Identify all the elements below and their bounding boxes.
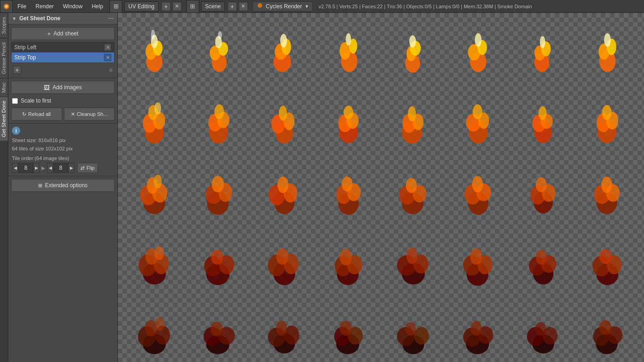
menu-file[interactable]: File [13, 0, 31, 13]
svg-point-32 [540, 36, 546, 48]
blender-render-icon [257, 2, 263, 10]
cleanup-button[interactable]: ✕ Cleanup Sh... [64, 108, 115, 121]
sprite-cell-2-6 [511, 155, 575, 224]
sprite-cell-1-6 [511, 86, 575, 155]
uv-canvas[interactable] [118, 13, 644, 362]
svg-point-12 [218, 31, 222, 40]
strip-top-close[interactable]: ✕ [104, 54, 111, 61]
add-images-button[interactable]: 🖼 Add images [11, 81, 115, 94]
tile-separator: ▶ [41, 165, 45, 171]
sprite-cell-4-7 [575, 293, 639, 362]
svg-point-156 [405, 322, 416, 336]
tile-rows-input[interactable]: 8 [53, 163, 68, 173]
sprite-cell-3-5 [446, 224, 510, 293]
reload-all-button[interactable]: ↻ Reload all [11, 108, 62, 121]
sprite-cell-1-0 [122, 86, 186, 155]
sidebar-item-get-sheet-done[interactable]: Get Sheet Done [0, 97, 8, 141]
add-sheet-button[interactable]: + Add sheet [11, 27, 115, 40]
sprite-cell-2-4 [381, 155, 445, 224]
flip-button[interactable]: ⇄ Flip [77, 163, 98, 173]
svg-point-7 [151, 30, 155, 40]
strip-item-left[interactable]: Strip Left ✕ [12, 42, 114, 52]
sprite-cell-2-5 [446, 155, 510, 224]
sprite-cell-4-0 [122, 293, 186, 362]
svg-point-123 [407, 247, 418, 264]
add-workspace-button[interactable]: + [161, 2, 171, 11]
cleanup-label: Cleanup Sh... [77, 111, 108, 117]
workspace-icon[interactable]: ⊞ [109, 0, 122, 13]
sprite-cell-1-1 [187, 86, 251, 155]
panel-collapse-icon[interactable]: ▼ [12, 16, 17, 21]
sprite-cell-1-7 [575, 86, 639, 155]
reload-cleanup-row: ↻ Reload all ✕ Cleanup Sh... [11, 108, 115, 121]
sidebar-item-scopes[interactable]: Scopes [0, 13, 8, 38]
sprite-cell-0-0 [122, 17, 186, 86]
sprite-cell-4-3 [316, 293, 380, 362]
blender-icon[interactable] [0, 0, 13, 13]
reload-all-label: Reload all [28, 111, 51, 117]
sprite-cell-0-5 [446, 17, 510, 86]
svg-point-36 [604, 33, 611, 47]
sprite-cell-2-0 [122, 155, 186, 224]
svg-point-111 [211, 250, 223, 265]
svg-point-127 [470, 248, 482, 265]
strip-left-label: Strip Left [14, 44, 36, 51]
sprite-cell-3-4 [381, 224, 445, 293]
close-workspace-button[interactable]: ✕ [172, 2, 182, 11]
svg-point-102 [601, 177, 612, 193]
side-tabs: Scopes Grease Pencil Misc Get Sheet Done [0, 13, 8, 362]
svg-point-144 [210, 322, 223, 337]
panel-options-icon[interactable]: ··· [108, 15, 114, 22]
workspace-selector[interactable]: UV Editing [124, 1, 159, 11]
tile-rows-dec[interactable]: ◀ [47, 163, 53, 173]
tile-cols-input[interactable]: 8 [18, 163, 33, 173]
sidebar-item-misc[interactable]: Misc [0, 78, 8, 97]
add-sheet-section: + Add sheet Strip Left ✕ Strip Top ✕ + ≡ [8, 24, 117, 78]
render-engine-selector[interactable]: Cycles Render ▼ [253, 1, 313, 11]
svg-point-53 [344, 105, 353, 119]
extended-options-label: Extended options [45, 182, 88, 189]
svg-point-65 [539, 106, 547, 120]
scene-icon[interactable]: ⊞ [186, 0, 199, 13]
svg-point-90 [406, 178, 417, 193]
add-sheet-icon: + [47, 30, 51, 37]
svg-point-1 [5, 5, 8, 8]
strip-controls: + ≡ [11, 65, 115, 75]
sprite-cell-3-6 [511, 224, 575, 293]
panel-title: Get Sheet Done [19, 15, 60, 22]
add-scene-button[interactable]: + [228, 2, 237, 11]
menu-window[interactable]: Window [58, 0, 87, 13]
render-engine-label: Cycles Render [266, 3, 302, 10]
strip-list: Strip Left ✕ Strip Top ✕ [11, 42, 115, 63]
scene-selector[interactable]: Scene [201, 1, 225, 11]
sprite-grid [118, 13, 644, 362]
cleanup-icon: ✕ [71, 111, 75, 117]
extended-options-button[interactable]: ⊞ Extended options [11, 179, 115, 192]
panel-header: ▼ Get Sheet Done ··· [8, 13, 117, 24]
strip-menu-button[interactable]: ≡ [109, 66, 113, 74]
menubar: File Render Window Help ⊞ UV Editing + ✕… [0, 0, 644, 13]
sprite-cell-1-2 [252, 86, 316, 155]
render-engine-arrow: ▼ [305, 4, 309, 9]
svg-point-164 [535, 322, 546, 336]
svg-point-148 [276, 321, 288, 336]
scale-to-first-checkbox[interactable] [12, 98, 18, 104]
sprite-cell-2-1 [187, 155, 251, 224]
menu-help[interactable]: Help [87, 0, 108, 13]
scene-label: Scene [205, 3, 221, 10]
strip-left-close[interactable]: ✕ [104, 44, 111, 51]
sidebar-item-grease-pencil[interactable]: Grease Pencil [0, 38, 8, 78]
svg-point-41 [154, 102, 161, 115]
strip-item-top[interactable]: Strip Top ✕ [12, 52, 114, 63]
flip-icon: ⇄ [80, 165, 85, 171]
sprite-cell-3-7 [575, 224, 639, 293]
menu-render[interactable]: Render [31, 0, 58, 13]
tile-rows-inc[interactable]: ▶ [68, 163, 75, 173]
add-strip-button[interactable]: + [13, 66, 21, 74]
sprite-cell-4-1 [187, 293, 251, 362]
sprite-cell-0-7 [575, 17, 639, 86]
tile-cols-dec[interactable]: ◀ [12, 163, 18, 173]
close-scene-button[interactable]: ✕ [239, 2, 248, 11]
workspace-label: UV Editing [128, 3, 155, 10]
tile-cols-inc[interactable]: ▶ [33, 163, 40, 173]
